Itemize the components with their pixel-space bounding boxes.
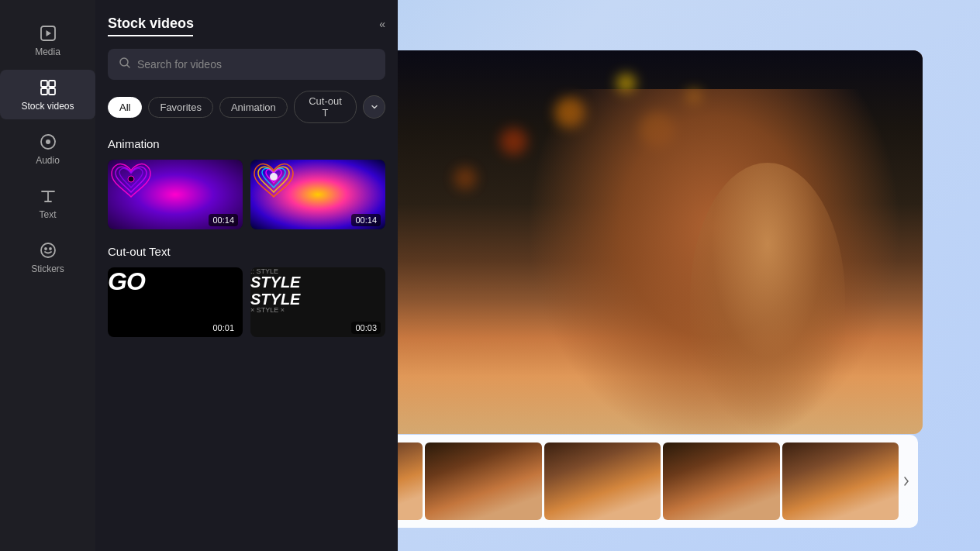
filter-tab-cutout[interactable]: Cut-out T — [294, 91, 357, 123]
timeline-scroll-right[interactable] — [901, 438, 912, 525]
sidebar-item-media[interactable]: Media — [0, 15, 95, 65]
video-duration-4: 00:03 — [351, 322, 381, 334]
sidebar-item-stock-videos[interactable]: Stock videos — [0, 70, 95, 119]
animation-video-thumb-2[interactable]: 00:14 — [250, 160, 385, 229]
svg-point-7 — [46, 139, 50, 144]
filter-tab-favorites[interactable]: Favorites — [148, 97, 212, 118]
video-duration-2: 00:14 — [351, 214, 381, 226]
panel-title-underline — [108, 35, 193, 36]
sidebar-item-text[interactable]: Text — [0, 178, 95, 228]
filter-tab-animation[interactable]: Animation — [219, 97, 288, 118]
video-duration-1: 00:14 — [209, 214, 238, 226]
sidebar: Media Stock videos Audio — [0, 0, 95, 551]
panel-header: Stock videos « — [108, 15, 385, 32]
sidebar-item-audio-label: Audio — [36, 155, 60, 166]
animation-video-grid: 00:14 00:14 — [108, 160, 385, 229]
search-input[interactable] — [137, 58, 374, 71]
grid-square-icon — [38, 77, 58, 98]
video-duration-3: 00:01 — [209, 322, 238, 334]
svg-rect-2 — [41, 81, 47, 87]
svg-point-10 — [50, 248, 51, 250]
frame-4 — [663, 443, 779, 520]
stock-videos-panel: Stock videos « All Favorites Animation C… — [95, 0, 398, 551]
music-circle-icon — [38, 132, 58, 152]
svg-point-12 — [128, 176, 134, 182]
svg-point-13 — [270, 173, 278, 181]
svg-rect-4 — [41, 88, 47, 95]
cutout-video-thumb-2[interactable]: :: STYLE STYLESTYLE × STYLE × 00:03 — [250, 267, 385, 337]
sticker-circle-icon — [38, 240, 58, 260]
cutout-section-title: Cut-out Text — [108, 245, 385, 258]
text-icon — [38, 186, 58, 206]
panel-title: Stock videos — [108, 15, 194, 32]
sidebar-item-stickers[interactable]: Stickers — [0, 232, 95, 282]
svg-rect-3 — [49, 81, 55, 87]
cutout-style-suffix: × STYLE × — [250, 306, 385, 314]
filter-tabs: All Favorites Animation Cut-out T — [108, 91, 385, 123]
collapse-panel-button[interactable]: « — [379, 18, 385, 30]
cutout-video-grid: GO 00:01 :: STYLE STYLESTYLE × STYLE × 0… — [108, 267, 385, 337]
frame-5 — [782, 443, 899, 520]
frame-3 — [544, 443, 661, 520]
svg-rect-5 — [49, 88, 55, 95]
play-square-icon — [38, 23, 58, 43]
frame-2 — [425, 443, 541, 520]
cutout-text-go: GO — [108, 267, 145, 295]
sidebar-item-stock-videos-label: Stock videos — [21, 101, 74, 112]
cutout-video-thumb-1[interactable]: GO 00:01 — [108, 267, 243, 337]
animation-section-title: Animation — [108, 137, 385, 150]
sidebar-item-media-label: Media — [35, 46, 60, 57]
svg-marker-1 — [46, 30, 51, 36]
search-icon — [119, 57, 131, 72]
cutout-text-style: STYLESTYLE — [250, 274, 385, 308]
filter-dropdown-button[interactable] — [363, 95, 385, 119]
svg-point-9 — [45, 248, 47, 250]
svg-point-8 — [41, 243, 55, 257]
filter-tab-all[interactable]: All — [108, 97, 142, 118]
sidebar-item-audio[interactable]: Audio — [0, 124, 95, 174]
sidebar-item-stickers-label: Stickers — [31, 263, 64, 274]
sidebar-item-text-label: Text — [39, 209, 56, 220]
search-bar — [108, 49, 385, 80]
animation-video-thumb-1[interactable]: 00:14 — [108, 160, 243, 229]
